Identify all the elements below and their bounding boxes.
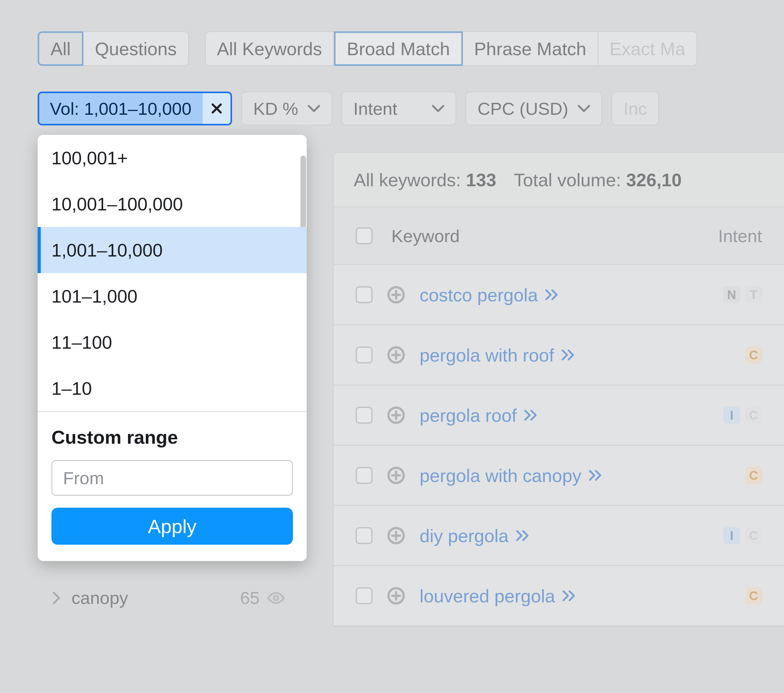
double-chevron-icon (545, 288, 560, 301)
chevron-down-icon (578, 105, 590, 112)
chevron-down-icon (308, 105, 320, 112)
tab-broad-match[interactable]: Broad Match (334, 31, 463, 66)
volume-option[interactable]: 100,001+ (38, 135, 307, 181)
summary-volume-label: Total volume: (514, 170, 626, 190)
left-group-label: canopy (71, 588, 128, 608)
table-row: costco pergolaNT (334, 265, 784, 325)
summary-volume-value: 326,10 (626, 170, 682, 190)
top-tab-row: All Questions All Keywords Broad Match P… (38, 31, 746, 66)
range-to-input[interactable] (293, 461, 293, 495)
custom-range-title: Custom range (51, 426, 293, 448)
volume-dropdown: 100,001+10,001–100,0001,001–10,000101–1,… (38, 135, 307, 561)
intent-badge: C (745, 467, 762, 484)
intent-badge: I (723, 527, 740, 544)
select-all-checkbox[interactable] (356, 227, 372, 244)
filters-row: Vol: 1,001–10,000 KD % Intent CPC (USD) … (38, 92, 746, 125)
filter-cpc[interactable]: CPC (USD) (466, 92, 602, 125)
volume-option[interactable]: 101–1,000 (38, 273, 307, 319)
add-icon[interactable] (387, 527, 405, 545)
tab-group-match: All Keywords Broad Match Phrase Match Ex… (205, 31, 697, 66)
filter-intent-label: Intent (353, 99, 397, 119)
keyword-link[interactable]: pergola with canopy (420, 465, 603, 486)
results-summary: All keywords: 133 Total volume: 326,10 (334, 153, 784, 207)
add-icon[interactable] (387, 406, 405, 424)
table-row: louvered pergolaC (334, 566, 784, 626)
row-checkbox[interactable] (356, 527, 372, 544)
custom-range-inputs (51, 460, 293, 496)
add-icon[interactable] (387, 466, 405, 484)
filter-volume-chip[interactable]: Vol: 1,001–10,000 (38, 92, 232, 125)
row-checkbox[interactable] (356, 286, 372, 303)
table-row: diy pergolaIC (334, 506, 784, 566)
intent-badge: C (745, 527, 762, 544)
row-checkbox[interactable] (356, 347, 372, 364)
row-checkbox[interactable] (356, 587, 372, 604)
table-row: pergola with roofC (334, 325, 784, 385)
keyword-link[interactable]: diy pergola (420, 525, 530, 546)
scrollbar[interactable] (300, 156, 306, 231)
col-keyword[interactable]: Keyword (391, 226, 460, 246)
tab-all-keywords[interactable]: All Keywords (205, 31, 334, 66)
add-icon[interactable] (387, 286, 405, 304)
results-panel: All keywords: 133 Total volume: 326,10 K… (333, 152, 784, 627)
keyword-link[interactable]: louvered pergola (420, 586, 577, 606)
double-chevron-icon (588, 469, 603, 482)
table-row: pergola roofIC (334, 385, 784, 446)
keyword-link[interactable]: pergola with roof (420, 345, 576, 365)
intent-badges: C (745, 587, 762, 604)
filter-cpc-label: CPC (USD) (478, 99, 568, 119)
intent-badges: NT (723, 286, 762, 303)
table-row: pergola with canopyC (334, 446, 784, 506)
col-intent[interactable]: Intent (718, 226, 762, 246)
double-chevron-icon (562, 589, 577, 602)
filter-kd[interactable]: KD % (242, 92, 332, 125)
tab-questions[interactable]: Questions (83, 31, 188, 66)
filter-intent[interactable]: Intent (341, 92, 456, 125)
intent-badge: C (745, 587, 762, 604)
summary-keywords-label: All keywords: (354, 170, 466, 190)
tab-exact-match[interactable]: Exact Ma (598, 31, 697, 66)
intent-badge: T (745, 286, 762, 303)
add-icon[interactable] (387, 587, 405, 605)
keyword-link[interactable]: pergola roof (420, 405, 539, 426)
intent-badges: C (745, 347, 762, 364)
double-chevron-icon (561, 349, 576, 361)
table-header: Keyword Intent (334, 207, 784, 265)
range-from-input[interactable] (53, 461, 293, 495)
keyword-link[interactable]: costco pergola (420, 285, 560, 305)
filter-kd-label: KD % (254, 99, 298, 119)
volume-option[interactable]: 11–100 (38, 319, 307, 365)
filter-include[interactable]: Inc (611, 92, 659, 125)
left-group-count: 65 (240, 588, 260, 608)
row-checkbox[interactable] (356, 407, 372, 424)
volume-option-list: 100,001+10,001–100,0001,001–10,000101–1,… (38, 135, 307, 412)
intent-badges: C (745, 467, 762, 484)
left-group-item[interactable]: canopy 65 (53, 588, 285, 608)
filter-include-label: Inc (623, 99, 647, 119)
eye-icon (267, 589, 285, 607)
intent-badge: C (745, 407, 762, 424)
intent-badges: IC (723, 527, 762, 544)
chevron-right-icon (53, 592, 60, 604)
double-chevron-icon (524, 409, 539, 421)
double-chevron-icon (516, 529, 530, 542)
svg-point-2 (274, 596, 278, 600)
volume-option[interactable]: 1,001–10,000 (38, 227, 307, 273)
intent-badges: IC (723, 407, 762, 424)
close-icon (210, 102, 224, 115)
filter-volume-label[interactable]: Vol: 1,001–10,000 (39, 93, 202, 124)
apply-button[interactable]: Apply (51, 508, 293, 545)
volume-option[interactable]: 1–10 (38, 365, 307, 412)
add-icon[interactable] (387, 346, 405, 364)
intent-badge: C (745, 347, 762, 364)
chevron-down-icon (432, 105, 445, 112)
volume-option[interactable]: 10,001–100,000 (38, 181, 307, 227)
tab-group-type: All Questions (38, 31, 189, 66)
intent-badge: N (723, 286, 740, 303)
row-checkbox[interactable] (356, 467, 372, 484)
filter-volume-clear[interactable] (202, 93, 231, 124)
summary-keywords-value: 133 (466, 170, 496, 190)
tab-all[interactable]: All (38, 31, 83, 66)
tab-phrase-match[interactable]: Phrase Match (463, 31, 598, 66)
intent-badge: I (723, 407, 740, 424)
